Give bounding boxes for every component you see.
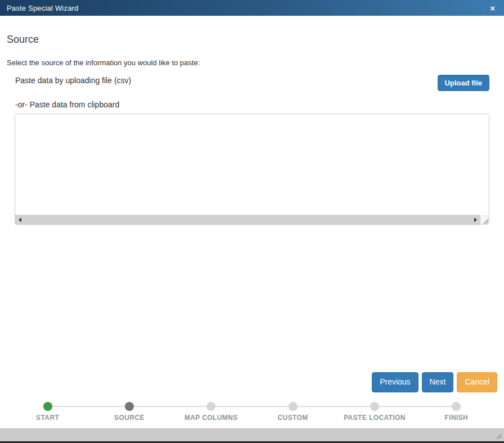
- textarea-resize-corner[interactable]: [480, 215, 489, 224]
- wizard-step-map-columns: MAP COLUMNS: [170, 402, 252, 422]
- step-label-paste-location: PASTE LOCATION: [344, 414, 406, 422]
- titlebar: Paste Special Wizard ×: [0, 0, 504, 16]
- scroll-right-button[interactable]: [471, 215, 480, 224]
- window-resize-grip-icon[interactable]: [494, 432, 502, 439]
- clipboard-label: -or- Paste data from clipboard: [15, 100, 119, 109]
- step-label-source: SOURCE: [114, 414, 145, 422]
- clipboard-textarea[interactable]: [15, 114, 489, 215]
- paste-special-wizard-dialog: Paste Special Wizard × Source Select the…: [0, 0, 504, 443]
- scroll-left-button[interactable]: [15, 215, 25, 224]
- step-label-finish: FINISH: [444, 414, 468, 422]
- step-dot-start: [43, 402, 52, 411]
- step-dot-map-columns: [206, 402, 215, 411]
- resize-grip-icon: [482, 218, 489, 224]
- wizard-step-finish: FINISH: [416, 402, 497, 422]
- close-icon[interactable]: ×: [488, 3, 497, 13]
- previous-button[interactable]: Previous: [372, 372, 418, 392]
- step-label-start: START: [36, 414, 59, 422]
- status-bar: [0, 428, 504, 443]
- clipboard-paste-box: [15, 114, 489, 225]
- wizard-progress: START SOURCE MAP COLUMNS CUSTOM PASTE LO…: [7, 402, 497, 422]
- step-dot-source: [125, 402, 134, 411]
- instruction-text: Select the source of the information you…: [7, 58, 200, 67]
- scrollbar-track[interactable]: [25, 215, 471, 224]
- scroll-right-icon: [474, 218, 477, 222]
- next-button[interactable]: Next: [422, 372, 454, 392]
- step-label-map-columns: MAP COLUMNS: [184, 414, 238, 422]
- step-label-custom: CUSTOM: [278, 414, 308, 422]
- wizard-step-source: SOURCE: [88, 402, 170, 422]
- wizard-step-paste-location: PASTE LOCATION: [334, 402, 415, 422]
- upload-file-button[interactable]: Upload file: [438, 75, 489, 91]
- step-dot-finish: [452, 402, 461, 411]
- cancel-button[interactable]: Cancel: [457, 372, 497, 392]
- dialog-title: Paste Special Wizard: [7, 4, 79, 12]
- horizontal-scrollbar[interactable]: [15, 215, 489, 224]
- step-dot-paste-location: [370, 402, 379, 411]
- wizard-step-start: START: [7, 402, 88, 422]
- scroll-left-icon: [19, 218, 21, 222]
- wizard-step-custom: CUSTOM: [252, 402, 334, 422]
- upload-file-label: Paste data by uploading file (csv): [15, 76, 131, 85]
- wizard-action-buttons: Previous Next Cancel: [372, 372, 497, 392]
- page-title: Source: [7, 34, 39, 46]
- step-dot-custom: [289, 402, 298, 411]
